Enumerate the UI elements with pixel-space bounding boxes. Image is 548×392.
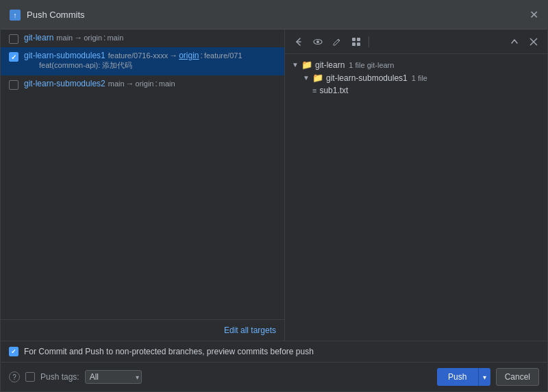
right-panel: ▼ 📁 git-learn 1 file git-learn ▼ 📁 git-l… bbox=[285, 29, 547, 341]
push-actions: Push ▾ Cancel bbox=[142, 368, 539, 386]
tree-label-sub1: sub1.txt bbox=[319, 86, 348, 95]
remote-link-2[interactable]: origin bbox=[179, 51, 199, 60]
tree-badge-git-learn: 1 file git-learn bbox=[349, 61, 394, 69]
svg-point-3 bbox=[316, 40, 319, 43]
file-icon-sub1: ≡ bbox=[312, 86, 316, 95]
eye-button[interactable] bbox=[310, 34, 326, 50]
tags-select-wrapper: All None Annotated ▾ bbox=[85, 370, 142, 384]
svg-text:↑: ↑ bbox=[13, 11, 17, 19]
branch-to-1: main bbox=[107, 34, 123, 42]
commit-message-2: feat(common-api): 添加代码 bbox=[24, 60, 242, 72]
tree-badge-submodules1: 1 file bbox=[412, 74, 427, 82]
up-button[interactable] bbox=[506, 34, 523, 50]
svg-rect-4 bbox=[352, 38, 356, 41]
tags-checkbox[interactable] bbox=[25, 372, 35, 382]
edit-button[interactable] bbox=[329, 34, 345, 50]
repo-checkbox-submodules1[interactable] bbox=[9, 52, 18, 62]
repo-name-git-learn: git-learn bbox=[24, 33, 53, 42]
repo-checkbox-git-learn[interactable] bbox=[9, 34, 18, 44]
dialog-icon: ↑ bbox=[9, 9, 21, 21]
repo-item-submodules1[interactable]: git-learn-submodules1 feature/0716-xxxx … bbox=[1, 47, 284, 75]
preview-checkbox[interactable] bbox=[9, 347, 18, 356]
tree-item-submodules1[interactable]: ▼ 📁 git-learn-submodules1 1 file bbox=[296, 71, 547, 84]
branch-to-3: main bbox=[159, 79, 175, 88]
branch-from-1: main bbox=[56, 34, 73, 42]
expand-arrow-submodules1: ▼ bbox=[301, 73, 311, 83]
push-button[interactable]: Push bbox=[437, 368, 478, 386]
remote-3: origin bbox=[136, 79, 154, 88]
main-content: git-learn main → origin : main bbox=[1, 29, 547, 341]
tree-label-git-learn: git-learn bbox=[315, 60, 345, 70]
remote-1: origin bbox=[84, 34, 102, 42]
right-close-button[interactable] bbox=[525, 34, 542, 50]
tree-item-git-learn[interactable]: ▼ 📁 git-learn 1 file git-learn bbox=[285, 58, 547, 71]
branch-to-2: feature/071 bbox=[204, 51, 242, 60]
folder-icon-submodules1: 📁 bbox=[312, 73, 323, 83]
edit-targets-link[interactable]: Edit all targets bbox=[224, 326, 276, 335]
tree-item-sub1[interactable]: ≡ sub1.txt bbox=[307, 84, 547, 97]
repo-name-submodules2: git-learn-submodules2 bbox=[24, 79, 105, 88]
folder-icon-git-learn: 📁 bbox=[301, 60, 312, 70]
file-tree: ▼ 📁 git-learn 1 file git-learn ▼ 📁 git-l… bbox=[285, 54, 547, 341]
back-button[interactable] bbox=[290, 34, 307, 50]
tags-select[interactable]: All None Annotated bbox=[85, 370, 142, 384]
close-button[interactable]: ✕ bbox=[528, 10, 539, 21]
repo-item-submodules2[interactable]: git-learn-submodules2 main → origin : ma… bbox=[1, 75, 284, 93]
repo-list: git-learn main → origin : main bbox=[1, 29, 284, 319]
toolbar-divider bbox=[369, 36, 369, 47]
grid-button[interactable] bbox=[348, 34, 364, 50]
svg-rect-5 bbox=[357, 38, 360, 41]
svg-rect-7 bbox=[357, 42, 360, 46]
cancel-button[interactable]: Cancel bbox=[496, 368, 539, 386]
repo-name-submodules1: git-learn-submodules1 bbox=[24, 51, 105, 60]
help-icon[interactable]: ? bbox=[9, 371, 20, 382]
push-dropdown-button[interactable]: ▾ bbox=[478, 368, 490, 386]
right-toolbar bbox=[285, 29, 547, 54]
bottom-bar: For Commit and Push to non-protected bra… bbox=[1, 341, 547, 391]
push-commits-dialog: ↑ Push Commits ✕ git-learn main → origin bbox=[0, 0, 548, 392]
push-btn-group: Push ▾ bbox=[437, 368, 490, 386]
branch-from-3: main bbox=[108, 79, 125, 88]
push-tags-row: ? Push tags: All None Annotated ▾ Push ▾… bbox=[1, 363, 547, 391]
repo-checkbox-submodules2[interactable] bbox=[9, 80, 18, 90]
left-panel: git-learn main → origin : main bbox=[1, 29, 285, 341]
commit-preview-row: For Commit and Push to non-protected bra… bbox=[1, 341, 547, 363]
push-tags-label: Push tags: bbox=[40, 372, 79, 382]
tree-label-submodules1: git-learn-submodules1 bbox=[326, 73, 408, 83]
branch-from-2: feature/0716-xxxx bbox=[108, 51, 168, 60]
dialog-title: Push Commits bbox=[27, 10, 528, 20]
svg-rect-6 bbox=[352, 42, 356, 46]
repo-item-git-learn[interactable]: git-learn main → origin : main bbox=[1, 29, 284, 47]
edit-targets-bar: Edit all targets bbox=[1, 319, 284, 341]
arrow-1: → bbox=[74, 33, 82, 42]
expand-arrow-git-learn: ▼ bbox=[290, 60, 300, 70]
preview-text: For Commit and Push to non-protected bra… bbox=[24, 347, 314, 356]
title-bar: ↑ Push Commits ✕ bbox=[1, 1, 547, 29]
